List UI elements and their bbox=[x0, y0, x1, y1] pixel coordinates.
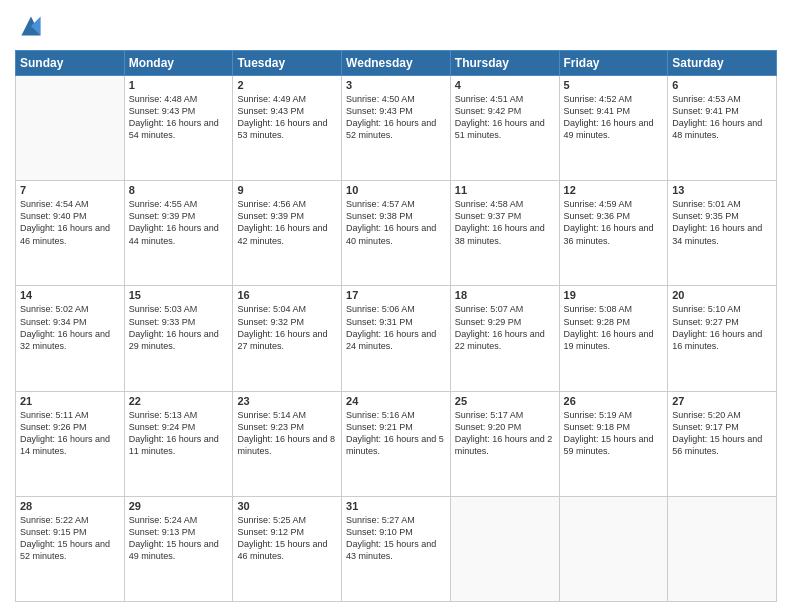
day-number: 26 bbox=[564, 395, 664, 407]
header bbox=[15, 10, 777, 42]
calendar-cell: 27Sunrise: 5:20 AMSunset: 9:17 PMDayligh… bbox=[668, 391, 777, 496]
calendar-cell: 1Sunrise: 4:48 AMSunset: 9:43 PMDaylight… bbox=[124, 76, 233, 181]
cell-details: Sunrise: 5:06 AMSunset: 9:31 PMDaylight:… bbox=[346, 303, 446, 352]
calendar-cell: 22Sunrise: 5:13 AMSunset: 9:24 PMDayligh… bbox=[124, 391, 233, 496]
cell-details: Sunrise: 5:24 AMSunset: 9:13 PMDaylight:… bbox=[129, 514, 229, 563]
calendar-cell: 14Sunrise: 5:02 AMSunset: 9:34 PMDayligh… bbox=[16, 286, 125, 391]
day-number: 29 bbox=[129, 500, 229, 512]
calendar-cell: 2Sunrise: 4:49 AMSunset: 9:43 PMDaylight… bbox=[233, 76, 342, 181]
cell-details: Sunrise: 5:08 AMSunset: 9:28 PMDaylight:… bbox=[564, 303, 664, 352]
cell-details: Sunrise: 4:52 AMSunset: 9:41 PMDaylight:… bbox=[564, 93, 664, 142]
weekday-header-saturday: Saturday bbox=[668, 51, 777, 76]
day-number: 27 bbox=[672, 395, 772, 407]
day-number: 9 bbox=[237, 184, 337, 196]
page: SundayMondayTuesdayWednesdayThursdayFrid… bbox=[0, 0, 792, 612]
cell-details: Sunrise: 4:50 AMSunset: 9:43 PMDaylight:… bbox=[346, 93, 446, 142]
cell-details: Sunrise: 5:27 AMSunset: 9:10 PMDaylight:… bbox=[346, 514, 446, 563]
logo bbox=[15, 10, 51, 42]
cell-details: Sunrise: 5:04 AMSunset: 9:32 PMDaylight:… bbox=[237, 303, 337, 352]
day-number: 13 bbox=[672, 184, 772, 196]
cell-details: Sunrise: 5:16 AMSunset: 9:21 PMDaylight:… bbox=[346, 409, 446, 458]
day-number: 8 bbox=[129, 184, 229, 196]
calendar-week-row: 28Sunrise: 5:22 AMSunset: 9:15 PMDayligh… bbox=[16, 496, 777, 601]
day-number: 6 bbox=[672, 79, 772, 91]
cell-details: Sunrise: 5:10 AMSunset: 9:27 PMDaylight:… bbox=[672, 303, 772, 352]
logo-icon bbox=[15, 10, 47, 42]
calendar-cell: 11Sunrise: 4:58 AMSunset: 9:37 PMDayligh… bbox=[450, 181, 559, 286]
calendar-cell: 21Sunrise: 5:11 AMSunset: 9:26 PMDayligh… bbox=[16, 391, 125, 496]
cell-details: Sunrise: 4:59 AMSunset: 9:36 PMDaylight:… bbox=[564, 198, 664, 247]
calendar-cell: 23Sunrise: 5:14 AMSunset: 9:23 PMDayligh… bbox=[233, 391, 342, 496]
day-number: 2 bbox=[237, 79, 337, 91]
calendar-cell: 5Sunrise: 4:52 AMSunset: 9:41 PMDaylight… bbox=[559, 76, 668, 181]
weekday-header-monday: Monday bbox=[124, 51, 233, 76]
day-number: 28 bbox=[20, 500, 120, 512]
calendar-header-row: SundayMondayTuesdayWednesdayThursdayFrid… bbox=[16, 51, 777, 76]
calendar-cell: 13Sunrise: 5:01 AMSunset: 9:35 PMDayligh… bbox=[668, 181, 777, 286]
calendar-cell: 10Sunrise: 4:57 AMSunset: 9:38 PMDayligh… bbox=[342, 181, 451, 286]
day-number: 23 bbox=[237, 395, 337, 407]
cell-details: Sunrise: 5:17 AMSunset: 9:20 PMDaylight:… bbox=[455, 409, 555, 458]
calendar-table: SundayMondayTuesdayWednesdayThursdayFrid… bbox=[15, 50, 777, 602]
calendar-cell: 19Sunrise: 5:08 AMSunset: 9:28 PMDayligh… bbox=[559, 286, 668, 391]
calendar-cell: 6Sunrise: 4:53 AMSunset: 9:41 PMDaylight… bbox=[668, 76, 777, 181]
day-number: 16 bbox=[237, 289, 337, 301]
day-number: 20 bbox=[672, 289, 772, 301]
day-number: 10 bbox=[346, 184, 446, 196]
cell-details: Sunrise: 4:57 AMSunset: 9:38 PMDaylight:… bbox=[346, 198, 446, 247]
weekday-header-sunday: Sunday bbox=[16, 51, 125, 76]
calendar-week-row: 1Sunrise: 4:48 AMSunset: 9:43 PMDaylight… bbox=[16, 76, 777, 181]
cell-details: Sunrise: 4:49 AMSunset: 9:43 PMDaylight:… bbox=[237, 93, 337, 142]
cell-details: Sunrise: 5:14 AMSunset: 9:23 PMDaylight:… bbox=[237, 409, 337, 458]
calendar-cell: 24Sunrise: 5:16 AMSunset: 9:21 PMDayligh… bbox=[342, 391, 451, 496]
calendar-cell: 26Sunrise: 5:19 AMSunset: 9:18 PMDayligh… bbox=[559, 391, 668, 496]
day-number: 30 bbox=[237, 500, 337, 512]
day-number: 31 bbox=[346, 500, 446, 512]
cell-details: Sunrise: 4:55 AMSunset: 9:39 PMDaylight:… bbox=[129, 198, 229, 247]
calendar-cell: 25Sunrise: 5:17 AMSunset: 9:20 PMDayligh… bbox=[450, 391, 559, 496]
calendar-cell bbox=[559, 496, 668, 601]
weekday-header-tuesday: Tuesday bbox=[233, 51, 342, 76]
day-number: 1 bbox=[129, 79, 229, 91]
cell-details: Sunrise: 4:58 AMSunset: 9:37 PMDaylight:… bbox=[455, 198, 555, 247]
cell-details: Sunrise: 5:25 AMSunset: 9:12 PMDaylight:… bbox=[237, 514, 337, 563]
calendar-cell: 30Sunrise: 5:25 AMSunset: 9:12 PMDayligh… bbox=[233, 496, 342, 601]
calendar-week-row: 7Sunrise: 4:54 AMSunset: 9:40 PMDaylight… bbox=[16, 181, 777, 286]
cell-details: Sunrise: 4:53 AMSunset: 9:41 PMDaylight:… bbox=[672, 93, 772, 142]
day-number: 5 bbox=[564, 79, 664, 91]
cell-details: Sunrise: 5:22 AMSunset: 9:15 PMDaylight:… bbox=[20, 514, 120, 563]
calendar-cell: 31Sunrise: 5:27 AMSunset: 9:10 PMDayligh… bbox=[342, 496, 451, 601]
cell-details: Sunrise: 5:20 AMSunset: 9:17 PMDaylight:… bbox=[672, 409, 772, 458]
day-number: 25 bbox=[455, 395, 555, 407]
day-number: 21 bbox=[20, 395, 120, 407]
calendar-cell: 12Sunrise: 4:59 AMSunset: 9:36 PMDayligh… bbox=[559, 181, 668, 286]
day-number: 7 bbox=[20, 184, 120, 196]
day-number: 22 bbox=[129, 395, 229, 407]
calendar-cell: 29Sunrise: 5:24 AMSunset: 9:13 PMDayligh… bbox=[124, 496, 233, 601]
calendar-cell: 15Sunrise: 5:03 AMSunset: 9:33 PMDayligh… bbox=[124, 286, 233, 391]
cell-details: Sunrise: 4:48 AMSunset: 9:43 PMDaylight:… bbox=[129, 93, 229, 142]
day-number: 11 bbox=[455, 184, 555, 196]
cell-details: Sunrise: 5:03 AMSunset: 9:33 PMDaylight:… bbox=[129, 303, 229, 352]
calendar-cell: 18Sunrise: 5:07 AMSunset: 9:29 PMDayligh… bbox=[450, 286, 559, 391]
weekday-header-thursday: Thursday bbox=[450, 51, 559, 76]
cell-details: Sunrise: 5:19 AMSunset: 9:18 PMDaylight:… bbox=[564, 409, 664, 458]
day-number: 4 bbox=[455, 79, 555, 91]
cell-details: Sunrise: 5:01 AMSunset: 9:35 PMDaylight:… bbox=[672, 198, 772, 247]
day-number: 12 bbox=[564, 184, 664, 196]
calendar-week-row: 14Sunrise: 5:02 AMSunset: 9:34 PMDayligh… bbox=[16, 286, 777, 391]
cell-details: Sunrise: 5:11 AMSunset: 9:26 PMDaylight:… bbox=[20, 409, 120, 458]
day-number: 3 bbox=[346, 79, 446, 91]
day-number: 24 bbox=[346, 395, 446, 407]
day-number: 17 bbox=[346, 289, 446, 301]
calendar-cell: 28Sunrise: 5:22 AMSunset: 9:15 PMDayligh… bbox=[16, 496, 125, 601]
calendar-cell: 17Sunrise: 5:06 AMSunset: 9:31 PMDayligh… bbox=[342, 286, 451, 391]
cell-details: Sunrise: 5:07 AMSunset: 9:29 PMDaylight:… bbox=[455, 303, 555, 352]
calendar-cell bbox=[450, 496, 559, 601]
calendar-cell: 4Sunrise: 4:51 AMSunset: 9:42 PMDaylight… bbox=[450, 76, 559, 181]
weekday-header-friday: Friday bbox=[559, 51, 668, 76]
cell-details: Sunrise: 4:56 AMSunset: 9:39 PMDaylight:… bbox=[237, 198, 337, 247]
calendar-cell: 3Sunrise: 4:50 AMSunset: 9:43 PMDaylight… bbox=[342, 76, 451, 181]
cell-details: Sunrise: 5:13 AMSunset: 9:24 PMDaylight:… bbox=[129, 409, 229, 458]
calendar-week-row: 21Sunrise: 5:11 AMSunset: 9:26 PMDayligh… bbox=[16, 391, 777, 496]
